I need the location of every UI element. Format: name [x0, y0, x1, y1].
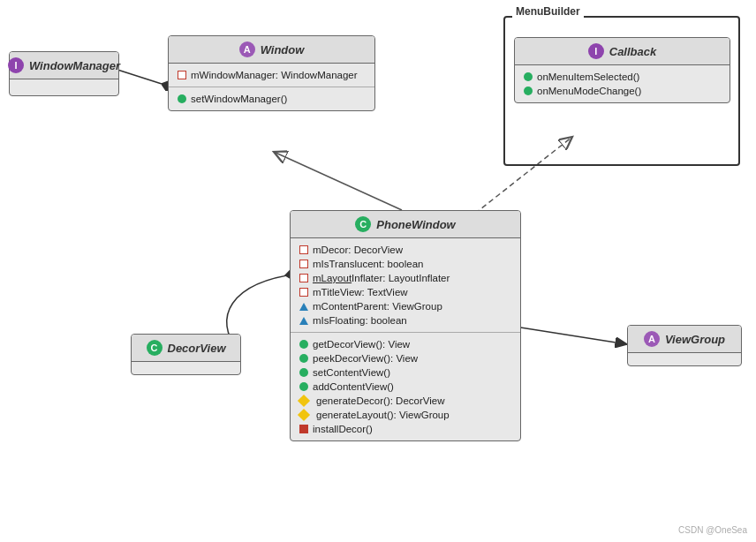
pw-m7-icon: [299, 425, 308, 433]
pw-m5-icon: [298, 395, 310, 407]
method-icon-green: [178, 94, 186, 103]
pw-field-2: mIsTranslucent: boolean: [299, 257, 511, 271]
pw-m4-text: addContentView(): [313, 381, 394, 392]
callback-method-1: onMenuItemSelected(): [524, 70, 721, 84]
phone-window-methods-section: getDecorView(): View peekDecorView(): Vi…: [291, 333, 520, 440]
window-fields-section: mWindowManager: WindowManager: [169, 64, 374, 87]
pw-m3-icon: [299, 368, 308, 377]
pw-m2-text: peekDecorView(): View: [313, 353, 418, 364]
pw-method-4: addContentView(): [299, 380, 511, 394]
pw-f6-icon: [299, 317, 308, 325]
phone-window-header: C PhoneWindow: [291, 211, 520, 238]
pw-m7-text: installDecor(): [313, 424, 373, 434]
decor-view-type-badge: C: [147, 340, 163, 356]
pw-f2-text: mIsTranslucent: boolean: [313, 259, 424, 269]
callback-m2-icon: [524, 87, 533, 95]
pw-field-3: mLayoutInflater: LayoutInflater: [299, 271, 511, 285]
pw-field-1: mDecor: DecorView: [299, 243, 511, 257]
diagram-container: I WindowManager A Window mWindowManager:…: [0, 0, 756, 542]
wm-to-window-arrow: [115, 69, 162, 84]
window-method-1-text: setWindowManager(): [191, 94, 287, 104]
decor-view-section: [132, 362, 240, 374]
menubuilder-label: MenuBuilder: [512, 5, 584, 18]
window-field-1-text: mWindowManager: WindowManager: [191, 70, 358, 80]
pw-m2-icon: [299, 354, 308, 363]
decor-view-title: DecorView: [168, 342, 226, 355]
watermark: CSDN @OneSea: [678, 525, 747, 535]
pw-f5-text: mContentParent: ViewGroup: [313, 301, 442, 312]
phone-window-type-badge: C: [355, 216, 371, 232]
window-manager-section: [10, 79, 118, 95]
pw-f6-text: mIsFloating: boolean: [313, 315, 407, 326]
window-manager-box: I WindowManager: [9, 51, 119, 96]
pw-field-5: mContentParent: ViewGroup: [299, 299, 511, 313]
callback-title: Callback: [609, 45, 656, 58]
pw-m6-text: generateLayout(): ViewGroup: [316, 410, 450, 420]
view-group-section: [628, 353, 741, 365]
window-title: Window: [261, 43, 305, 56]
pw-m6-icon: [298, 409, 310, 421]
phonewindow-to-viewgroup-arrow: [515, 327, 627, 344]
pw-m3-text: setContentView(): [313, 367, 390, 378]
view-group-type-badge: A: [644, 331, 660, 347]
pw-m5-text: generateDecor(): DecorView: [316, 395, 445, 406]
window-method-1: setWindowManager(): [178, 92, 366, 106]
pw-f3-icon: [299, 274, 308, 282]
pw-f1-icon: [299, 245, 308, 254]
phonewindow-to-window-arrow: [274, 152, 402, 210]
phone-window-box: C PhoneWindow mDecor: DecorView mIsTrans…: [290, 210, 521, 441]
callback-m1-icon: [524, 72, 533, 81]
pw-f4-text: mTitleView: TextView: [313, 287, 408, 297]
field-icon-square-red: [178, 71, 186, 79]
callback-method-2: onMenuModeChange(): [524, 84, 721, 98]
view-group-header: A ViewGroup: [628, 326, 741, 353]
window-manager-title: WindowManager: [29, 59, 120, 72]
pw-field-6: mIsFloating: boolean: [299, 313, 511, 327]
pw-method-7: installDecor(): [299, 422, 511, 436]
pw-method-3: setContentView(): [299, 365, 511, 380]
callback-header: I Callback: [515, 38, 730, 65]
pw-f5-icon: [299, 303, 308, 311]
pw-m1-icon: [299, 340, 308, 349]
window-header: A Window: [169, 36, 374, 64]
callback-m1-text: onMenuItemSelected(): [537, 72, 639, 82]
pw-m4-icon: [299, 382, 308, 391]
callback-type-badge: I: [588, 43, 604, 59]
decor-view-header: C DecorView: [132, 335, 240, 362]
pw-m1-text: getDecorView(): View: [313, 339, 410, 350]
window-box: A Window mWindowManager: WindowManager s…: [168, 35, 375, 111]
pw-f1-text: mDecor: DecorView: [313, 245, 403, 255]
pw-f4-icon: [299, 288, 308, 297]
decor-view-box: C DecorView: [131, 334, 241, 375]
pw-f3-text: mLayoutInflater: LayoutInflater: [313, 273, 450, 283]
view-group-title: ViewGroup: [665, 333, 725, 346]
pw-method-1: getDecorView(): View: [299, 337, 511, 351]
pw-method-6: generateLayout(): ViewGroup: [299, 408, 511, 422]
window-methods-section: setWindowManager(): [169, 87, 374, 110]
pw-f2-icon: [299, 260, 308, 268]
pw-method-2: peekDecorView(): View: [299, 351, 511, 365]
pw-field-4: mTitleView: TextView: [299, 285, 511, 299]
window-type-badge: A: [239, 41, 255, 57]
view-group-box: A ViewGroup: [627, 325, 742, 366]
phone-window-fields-section: mDecor: DecorView mIsTranslucent: boolea…: [291, 238, 520, 333]
pw-method-5: generateDecor(): DecorView: [299, 394, 511, 408]
callback-methods-section: onMenuItemSelected() onMenuModeChange(): [515, 65, 730, 102]
callback-m2-text: onMenuModeChange(): [537, 86, 641, 96]
window-field-1: mWindowManager: WindowManager: [178, 68, 366, 82]
phone-window-title: PhoneWindow: [376, 218, 455, 231]
window-manager-type-badge: I: [8, 57, 24, 73]
window-manager-header: I WindowManager: [10, 52, 118, 79]
callback-box: I Callback onMenuItemSelected() onMenuMo…: [514, 37, 730, 103]
